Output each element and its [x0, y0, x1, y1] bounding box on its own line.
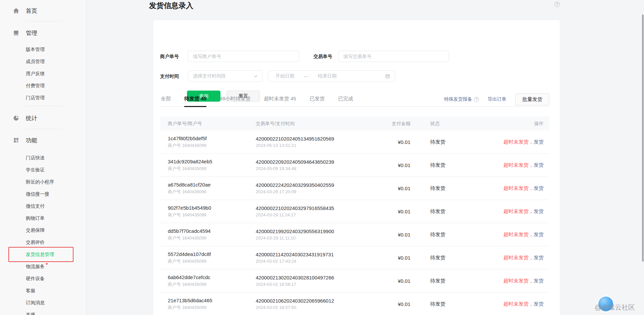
ship-link[interactable]: 发货	[534, 231, 544, 237]
sidebar-item-wechat-pay[interactable]: 微信支付	[0, 200, 86, 212]
page-title: 发货信息录入	[149, 1, 193, 11]
page-help-icon[interactable]: ?	[554, 2, 560, 7]
col-status: 状态	[430, 116, 440, 130]
ship-link[interactable]: 发货	[534, 139, 544, 145]
ship-link[interactable]: 发货	[534, 208, 544, 214]
table-toolbar: 特殊发货报备 ? 导出订单 批量发货	[444, 92, 549, 107]
sidebar-item-shipping-info-manage[interactable]: 发货信息管理	[0, 248, 86, 260]
home-icon	[13, 7, 19, 14]
sidebar-item-shopping-orders[interactable]: 购物订单	[0, 212, 86, 224]
merchant-no: 1640435099	[182, 212, 206, 217]
inbox-icon	[13, 30, 19, 36]
content-card: 商户单号 交易单号 支付时间 选择支付时间段 开始日期 — 结束日期 查询 重置	[153, 20, 560, 315]
overdue-label: 超时未发货，	[503, 185, 534, 191]
pay-time: 2024-05-09 19:34:48	[256, 166, 334, 171]
amount: ¥0.01	[343, 232, 410, 238]
table-header: 商户单号/商户号 交易单号/支付时间 支付金额 状态 操作	[160, 116, 549, 130]
merchant-order-no: 5572d4dea107dc8f	[168, 251, 211, 257]
trade-order-label: 交易单号	[313, 51, 332, 62]
ship-link[interactable]: 发货	[534, 162, 544, 168]
sidebar-item-hardware-device[interactable]: 硬件设备	[0, 272, 86, 284]
sidebar-section-features[interactable]: 功能	[0, 134, 86, 146]
sidebar-item-label: 首页	[26, 7, 37, 15]
new-badge-dot	[46, 263, 48, 265]
amount: ¥0.01	[343, 278, 410, 284]
amount: ¥0.01	[343, 162, 410, 168]
merchant-order-label: 商户单号	[160, 51, 179, 62]
merchant-no: 1640435099	[182, 282, 206, 287]
trade-no: 4200002199202403290556319900	[256, 228, 334, 234]
pay-time: 2024-03-02 17:43:24	[256, 259, 334, 264]
ship-link[interactable]: 发货	[534, 301, 544, 307]
merchant-order-no: 6ab642dde7cefcdc	[168, 274, 210, 280]
sidebar-item-wechat-search[interactable]: 微信搜一搜	[0, 188, 86, 200]
sidebar-item-store-delivery[interactable]: 门店快送	[0, 152, 86, 164]
pay-time: 2024-03-29 17:20:09	[256, 189, 334, 194]
tab-completed[interactable]: 已完成	[338, 92, 353, 107]
divider	[26, 21, 62, 21]
special-ship-report-link[interactable]: 特殊发货报备 ?	[444, 96, 479, 102]
export-orders-link[interactable]: 导出订单	[488, 96, 506, 102]
batch-ship-button[interactable]: 批量发货	[515, 93, 549, 105]
amount: ¥0.01	[343, 186, 410, 191]
sidebar-item-store-manage[interactable]: 门店管理	[0, 92, 86, 104]
sidebar: 首页 管理 版本管理 成员管理 用户反馈 付费管理 门店管理 统计	[0, 0, 86, 315]
table-row: a675d8ca81cf20ae 商户号 1640435099 42000022…	[160, 177, 549, 200]
sidebar-section-label: 管理	[26, 29, 37, 37]
sidebar-section-label: 功能	[26, 137, 37, 144]
sidebar-item-student-verify[interactable]: 学生验证	[0, 164, 86, 176]
ship-link[interactable]: 发货	[534, 255, 544, 260]
date-range-separator: —	[304, 73, 308, 79]
sidebar-item-version-manage[interactable]: 版本管理	[0, 43, 86, 55]
features-subnav: 门店快送 学生验证 附近的小程序 微信搜一搜 微信支付 购物订单 交易保障 交易…	[0, 152, 86, 315]
calendar-icon	[385, 74, 390, 78]
sidebar-section-stats[interactable]: 统计	[0, 112, 86, 124]
status-badge: 待发货	[430, 208, 445, 215]
sidebar-item-logistics-service[interactable]: 物流服务	[0, 260, 86, 272]
merchant-order-input[interactable]	[188, 51, 299, 62]
chevron-down-icon	[253, 74, 258, 78]
sidebar-item-nearby-miniprogram[interactable]: 附近的小程序	[0, 176, 86, 188]
pay-time-select[interactable]: 选择支付时间段	[188, 70, 262, 82]
sidebar-item-subscribe-message[interactable]: 订阅消息	[0, 297, 86, 309]
sidebar-item-trade-review[interactable]: 交易评价	[0, 236, 86, 248]
date-range-picker[interactable]: 开始日期 — 结束日期	[268, 70, 395, 82]
sidebar-section-manage[interactable]: 管理	[0, 27, 86, 39]
pay-time-label: 支付时间	[160, 70, 179, 82]
tabs: 全部 待发货 45 48小时待发货 超时未发货 45 已发货 已完成	[161, 92, 366, 107]
merchant-no: 1640435099	[182, 235, 206, 241]
col-actions: 操作	[534, 116, 544, 130]
sidebar-item-user-feedback[interactable]: 用户反馈	[0, 67, 86, 80]
main-content: 发货信息录入 ? 商户单号 交易单号 支付时间 选择支付时间段 开始日期 — 结…	[87, 0, 644, 315]
amount: ¥0.01	[343, 139, 410, 145]
tabs-bar: 全部 待发货 45 48小时待发货 超时未发货 45 已发货 已完成 特殊发货报…	[160, 92, 549, 107]
tab-all[interactable]: 全部	[161, 92, 171, 107]
overdue-label: 超时未发货，	[503, 278, 534, 283]
trade-no: 4200002114202403023431919731	[256, 252, 334, 257]
status-badge: 待发货	[430, 255, 445, 261]
col-trade-no: 交易单号/支付时间	[256, 116, 295, 130]
divider	[26, 106, 62, 106]
sidebar-item-live[interactable]: 直播	[0, 309, 86, 315]
ship-link[interactable]: 发货	[534, 185, 544, 191]
grid-icon	[13, 137, 19, 144]
sidebar-item-pay-manage[interactable]: 付费管理	[0, 80, 86, 92]
tab-shipped[interactable]: 已发货	[309, 92, 325, 107]
tab-pending-ship[interactable]: 待发货 45	[184, 92, 206, 107]
sidebar-item-trade-guarantee[interactable]: 交易保障	[0, 224, 86, 236]
tab-48h-pending[interactable]: 48小时待发货	[220, 92, 251, 107]
trade-order-input[interactable]	[338, 51, 449, 62]
sidebar-item-customer-service[interactable]: 客服	[0, 284, 86, 297]
pay-time: 2024-03-02 16:58:17	[256, 282, 334, 287]
overdue-label: 超时未发货，	[503, 162, 534, 168]
sidebar-item-home[interactable]: 首页	[0, 5, 86, 17]
col-merchant-order: 商户单号/商户号	[168, 116, 202, 130]
overdue-label: 超时未发货，	[503, 255, 534, 260]
pie-chart-icon	[13, 115, 19, 121]
tab-overdue[interactable]: 超时未发货 45	[264, 92, 296, 107]
ship-link[interactable]: 发货	[534, 278, 544, 283]
sidebar-item-member-manage[interactable]: 成员管理	[0, 55, 86, 67]
pay-time: 2024-05-13 13:51:21	[256, 143, 334, 148]
merchant-no: 1640435099	[182, 189, 206, 194]
vertical-scrollbar[interactable]	[642, 14, 644, 262]
